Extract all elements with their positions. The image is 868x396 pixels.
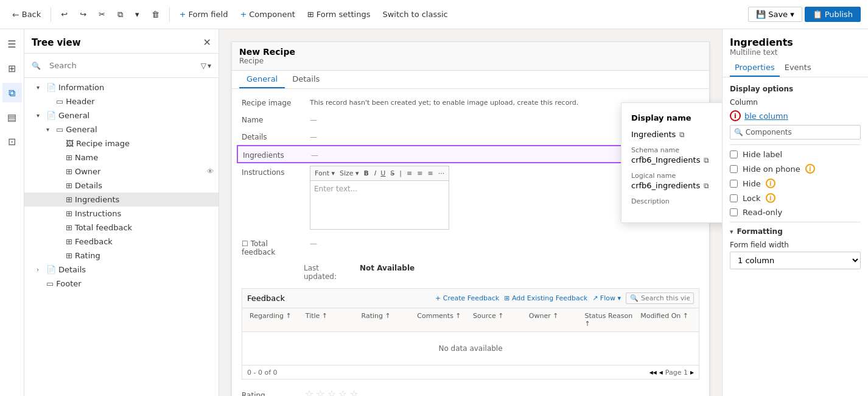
formatting-section-header[interactable]: ▾ Formatting <box>730 227 861 236</box>
copy-button[interactable]: ⧉ <box>113 7 128 22</box>
cut-button[interactable]: ✂ <box>94 7 110 21</box>
undo-button[interactable]: ↩ <box>56 7 72 21</box>
back-button[interactable]: ← Back <box>7 7 46 22</box>
add-component-button[interactable]: + Component <box>235 7 299 21</box>
add-existing-feedback-button[interactable]: ⊞ Add Existing Feedback <box>504 294 587 302</box>
feedback-search[interactable] <box>641 294 690 302</box>
sidebar-item-general-sub[interactable]: ▾ ▭ General <box>24 122 219 136</box>
publish-button[interactable]: 📋 Publish <box>805 7 861 22</box>
sidebar-item-owner[interactable]: ⊞ Owner 👁 <box>24 164 219 179</box>
sidebar-item-details-field[interactable]: ⊞ Details <box>24 179 219 193</box>
redo-button[interactable]: ↪ <box>75 7 91 21</box>
section-icon: 📄 <box>46 83 56 92</box>
sidebar-item-name[interactable]: ⊞ Name <box>24 150 219 164</box>
sidebar-item-feedback[interactable]: ⊞ Feedback <box>24 235 219 249</box>
width-dropdown-container: 1 column 2 columns <box>730 252 861 269</box>
popup-header: Display name ✕ <box>631 113 722 122</box>
col-status-reason: Status Reason ↑ <box>583 311 639 329</box>
switch-classic-button[interactable]: Switch to classic <box>377 7 452 21</box>
tab-properties[interactable]: Properties <box>730 59 780 77</box>
sidebar-item-label: General <box>58 111 89 120</box>
sidebar-item-footer[interactable]: ▭ Footer <box>24 277 219 291</box>
field-label-last-updated: Last updated: <box>304 261 352 281</box>
copy-logical-button[interactable]: ⧉ <box>704 182 709 190</box>
next-btn[interactable]: ▸ <box>690 368 694 377</box>
save-button[interactable]: 💾 Save ▾ <box>748 7 802 22</box>
tab-general[interactable]: General <box>239 71 285 88</box>
toolbar-more[interactable]: ··· <box>436 169 447 178</box>
strikethrough-btn[interactable]: S̶ <box>388 169 396 178</box>
hide-on-phone-checkbox[interactable] <box>730 165 738 173</box>
copy-display-name-button[interactable]: ⧉ <box>679 130 685 139</box>
search-input[interactable] <box>44 58 197 72</box>
instructions-body[interactable]: Enter text... <box>310 181 449 230</box>
flow-button[interactable]: ↗ Flow ▾ <box>592 294 621 302</box>
feedback-section: Feedback + Create Feedback ⊞ Add Existin… <box>242 288 699 380</box>
popup-display-name-value: Ingredients ⧉ <box>631 130 722 139</box>
lock-info-icon[interactable]: i <box>766 193 775 203</box>
sidebar-item-header[interactable]: ▭ Header <box>24 94 219 108</box>
chevron-icon: › <box>37 266 44 273</box>
component-button[interactable]: ⊡ <box>2 132 22 151</box>
tab-details[interactable]: Details <box>285 71 327 88</box>
star-1[interactable]: ☆ <box>305 388 313 396</box>
lock-checkbox[interactable] <box>730 194 738 202</box>
tree-view-button[interactable]: ⧉ <box>2 83 22 102</box>
save-chevron-icon: ▾ <box>790 10 794 19</box>
sidebar-item-label: Information <box>58 83 104 92</box>
toolbar-right: 💾 Save ▾ 📋 Publish <box>748 7 861 22</box>
add-form-field-button[interactable]: + Form field <box>175 7 233 21</box>
field-icon-4: ⊞ <box>66 195 72 204</box>
align-center[interactable]: ≡ <box>415 169 424 178</box>
star-5[interactable]: ☆ <box>349 388 358 396</box>
underline-btn[interactable]: U <box>379 169 387 178</box>
info-icon-red[interactable]: i <box>730 110 741 121</box>
sidebar-item-total-feedback[interactable]: ⊞ Total feedback <box>24 221 219 235</box>
italic-btn[interactable]: I <box>372 169 377 178</box>
prev-btn[interactable]: ◂ <box>659 368 663 377</box>
sidebar-item-ingredients[interactable]: ⊞ Ingredients <box>24 193 219 207</box>
form-settings-button[interactable]: ⊞ Form settings <box>303 7 376 21</box>
sidebar-item-information[interactable]: ▾ 📄 Information <box>24 80 219 94</box>
copy-schema-button[interactable]: ⧉ <box>704 156 709 164</box>
copy-icon: ⧉ <box>117 10 123 19</box>
menu-button[interactable]: ☰ <box>2 34 22 54</box>
sidebar-item-rating[interactable]: ⊞ Rating <box>24 249 219 263</box>
star-4[interactable]: ☆ <box>338 388 347 396</box>
redo-icon: ↪ <box>80 10 86 19</box>
visibility-badge: 👁 <box>207 168 214 175</box>
sidebar-item-general-section[interactable]: ▾ 📄 General <box>24 108 219 122</box>
field-value-last-updated: Not Available <box>360 261 699 272</box>
filter-button[interactable]: ▽ ▾ <box>201 62 211 70</box>
hide-info-icon[interactable]: i <box>766 179 775 188</box>
editable-column-link[interactable]: ble column <box>744 111 788 121</box>
sidebar-item-details-section[interactable]: › 📄 Details <box>24 263 219 277</box>
create-feedback-button[interactable]: + Create Feedback <box>435 294 499 302</box>
sidebar-item-label: Name <box>75 153 98 162</box>
search-components-input[interactable]: 🔍 Components <box>730 125 861 140</box>
align-left[interactable]: ≡ <box>405 169 414 178</box>
star-3[interactable]: ☆ <box>327 388 336 396</box>
star-2[interactable]: ☆ <box>316 388 324 396</box>
sidebar-item-instructions[interactable]: ⊞ Instructions <box>24 207 219 221</box>
read-only-checkbox[interactable] <box>730 208 738 216</box>
tab-events[interactable]: Events <box>780 59 816 77</box>
hide-label-checkbox[interactable] <box>730 150 738 158</box>
chevron-icon: ▾ <box>46 126 54 133</box>
tree-close-button[interactable]: ✕ <box>203 37 211 48</box>
bold-btn[interactable]: B <box>362 169 371 178</box>
delete-button[interactable]: 🗑 <box>147 7 164 21</box>
apps-button[interactable]: ⊞ <box>2 58 22 78</box>
field-icon-6: ⊞ <box>66 223 72 232</box>
sidebar-item-recipe-image[interactable]: 🖼 Recipe image <box>24 136 219 150</box>
more-button[interactable]: ▾ <box>130 7 144 21</box>
field-button[interactable]: ▤ <box>2 107 22 127</box>
hide-checkbox[interactable] <box>730 180 738 188</box>
hide-on-phone-info-icon[interactable]: i <box>805 164 815 174</box>
width-dropdown[interactable]: 1 column 2 columns <box>730 252 861 269</box>
align-right[interactable]: ≡ <box>425 169 435 178</box>
size-select[interactable]: Size ▾ <box>338 169 361 178</box>
section-icon-3: ▭ <box>56 125 63 134</box>
font-select[interactable]: Font ▾ <box>313 169 337 178</box>
prev-page-button[interactable]: ◂◂ <box>649 368 657 377</box>
